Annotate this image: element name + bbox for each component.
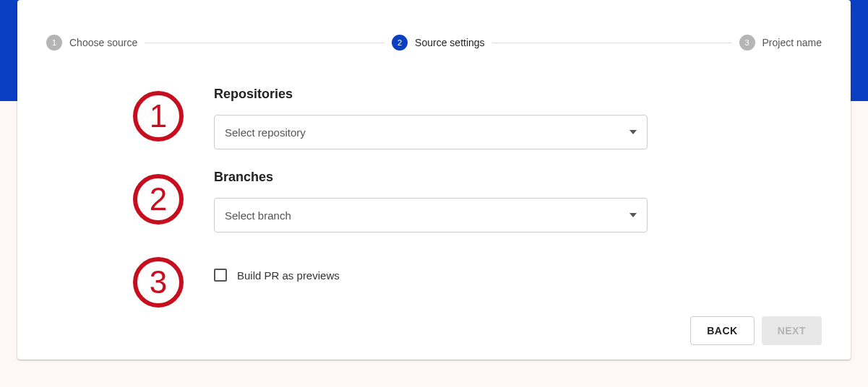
- repositories-placeholder: Select repository: [225, 126, 306, 139]
- step-number: 1: [46, 35, 62, 51]
- footer: BACK NEXT: [46, 316, 822, 345]
- step-label: Choose source: [69, 37, 137, 48]
- step-label: Project name: [762, 37, 822, 48]
- repositories-label: Repositories: [214, 87, 648, 102]
- step-project-name[interactable]: 3 Project name: [739, 35, 822, 51]
- caret-down-icon: [629, 213, 637, 217]
- stepper: 1 Choose source 2 Source settings 3 Proj…: [46, 35, 822, 51]
- form-body: 1 Repositories Select repository 2 Branc…: [46, 87, 822, 308]
- step-label: Source settings: [415, 37, 485, 48]
- build-pr-label: Build PR as previews: [237, 269, 340, 282]
- build-pr-checkbox-row: Build PR as previews: [214, 269, 648, 282]
- branches-placeholder: Select branch: [225, 209, 291, 222]
- back-button[interactable]: BACK: [690, 316, 754, 345]
- wizard-card: 1 Choose source 2 Source settings 3 Proj…: [17, 0, 851, 360]
- branches-select[interactable]: Select branch: [214, 198, 648, 232]
- caret-down-icon: [629, 130, 637, 134]
- build-pr-checkbox[interactable]: [214, 269, 227, 282]
- annotation-marker-2: 2: [133, 174, 184, 225]
- build-pr-row: 3 Build PR as previews: [133, 253, 822, 308]
- step-connector: [145, 43, 384, 43]
- build-pr-group: Build PR as previews: [214, 253, 648, 282]
- repositories-select[interactable]: Select repository: [214, 115, 648, 149]
- annotation-marker-3: 3: [133, 257, 184, 308]
- repositories-group: Repositories Select repository: [214, 87, 648, 149]
- branches-group: Branches Select branch: [214, 170, 648, 232]
- step-source-settings[interactable]: 2 Source settings: [392, 35, 485, 51]
- step-number: 3: [739, 35, 755, 51]
- step-number: 2: [392, 35, 408, 51]
- branches-label: Branches: [214, 170, 648, 185]
- next-button[interactable]: NEXT: [762, 316, 822, 345]
- step-connector: [492, 43, 732, 43]
- step-choose-source[interactable]: 1 Choose source: [46, 35, 137, 51]
- branches-row: 2 Branches Select branch: [133, 170, 822, 232]
- annotation-marker-1: 1: [133, 91, 184, 142]
- repositories-row: 1 Repositories Select repository: [133, 87, 822, 149]
